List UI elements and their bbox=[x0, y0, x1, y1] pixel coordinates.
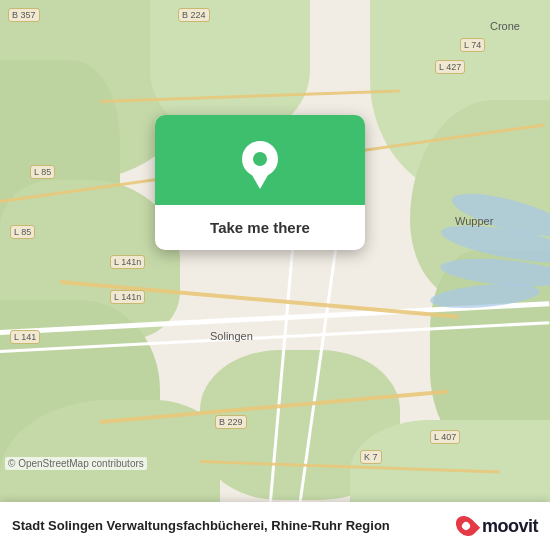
road-label-l141b: L 141n bbox=[110, 290, 145, 304]
road-label-b357: B 357 bbox=[8, 8, 40, 22]
map-background: B 357B 224L 427L 74L 85L 85L 141nL 141nL… bbox=[0, 0, 550, 550]
location-name: Stadt Solingen Verwaltungsfachbücherei, … bbox=[12, 518, 455, 535]
road-label-l85b: L 85 bbox=[10, 225, 35, 239]
place-label-crone: Crone bbox=[490, 20, 520, 32]
road-label-l427: L 427 bbox=[435, 60, 465, 74]
road-label-l407: L 407 bbox=[430, 430, 460, 444]
road-label-b224: B 224 bbox=[178, 8, 210, 22]
road-label-l74: L 74 bbox=[460, 38, 485, 52]
road-label-b229: B 229 bbox=[215, 415, 247, 429]
place-label-solingen: Solingen bbox=[210, 330, 253, 342]
popup-header bbox=[155, 115, 365, 205]
road-label-l141a: L 141n bbox=[110, 255, 145, 269]
pin-tail bbox=[252, 175, 268, 189]
bottom-bar: Stadt Solingen Verwaltungsfachbücherei, … bbox=[0, 502, 550, 550]
popup-card: Take me there bbox=[155, 115, 365, 250]
road-label-k7: K 7 bbox=[360, 450, 382, 464]
popup-body: Take me there bbox=[155, 205, 365, 250]
road-label-l141c: L 141 bbox=[10, 330, 40, 344]
map-container[interactable]: B 357B 224L 427L 74L 85L 85L 141nL 141nL… bbox=[0, 0, 550, 550]
moovit-pin-icon bbox=[452, 512, 480, 540]
location-info: Stadt Solingen Verwaltungsfachbücherei, … bbox=[12, 518, 455, 535]
pin-circle bbox=[242, 141, 278, 177]
road-label-l85a: L 85 bbox=[30, 165, 55, 179]
place-label-wupper: Wupper bbox=[455, 215, 493, 227]
app: B 357B 224L 427L 74L 85L 85L 141nL 141nL… bbox=[0, 0, 550, 550]
moovit-logo[interactable]: moovit bbox=[455, 512, 538, 540]
copyright-text: © OpenStreetMap contributors bbox=[5, 457, 147, 470]
moovit-brand-text: moovit bbox=[482, 516, 538, 537]
map-pin-icon bbox=[242, 141, 278, 185]
pin-inner-circle bbox=[253, 152, 267, 166]
take-me-there-button[interactable]: Take me there bbox=[202, 215, 318, 240]
